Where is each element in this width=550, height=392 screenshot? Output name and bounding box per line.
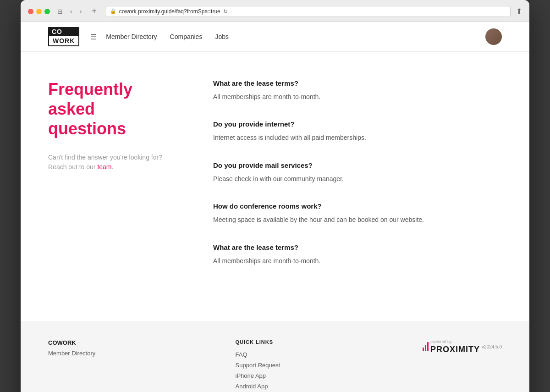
url-text: cowork.proximity.guide/faq?fromSpa=true [119,8,220,15]
footer-proximity: powered by PROXIMITY v2024.5.0 [423,339,502,354]
refresh-button[interactable]: ↻ [223,8,228,15]
browser-window: ⊟ ‹ › + 🔒 cowork.proximity.guide/faq?fro… [21,0,529,392]
faq-answer: Meeting space is available by the hour a… [213,215,502,225]
proximity-bars-icon [423,342,429,351]
faq-list: What are the lease terms? All membership… [213,79,502,284]
minimize-button[interactable] [36,9,42,14]
logo-wrap: CO WORK [48,27,79,46]
bar-1 [423,348,424,351]
faq-question: What are the lease terms? [213,243,502,251]
proximity-version: v2024.5.0 [482,344,502,349]
hamburger-icon[interactable]: ☰ [90,33,97,41]
share-button[interactable]: ⬆ [516,7,522,16]
add-tab-button[interactable]: + [89,6,99,17]
footer-links-list: FAQSupport RequestiPhone AppAndroid AppA… [236,350,405,392]
faq-item: How do conference rooms work? Meeting sp… [213,202,502,225]
proximity-logo: powered by PROXIMITY v2024.5.0 [423,339,502,354]
footer-link-item: Android App [236,382,405,390]
faq-question: How do conference rooms work? [213,202,502,210]
logo-bottom: WORK [48,36,79,46]
footer-link[interactable]: iPhone App [236,372,266,379]
faq-answer: All memberships are month-to-month. [213,92,502,102]
site-nav: Member Directory Companies Jobs [106,33,229,40]
faq-item: What are the lease terms? All membership… [213,243,502,266]
forward-button[interactable]: › [78,7,84,16]
footer-quick-links: QUICK LINKS FAQSupport RequestiPhone App… [236,339,405,392]
nav-jobs[interactable]: Jobs [215,33,229,40]
close-button[interactable] [28,9,33,14]
browser-controls: ⊟ ‹ › [55,7,83,16]
site-header: CO WORK ☰ Member Directory Companies Job… [21,22,529,52]
footer-link-item: FAQ [236,350,405,359]
page-title-line1: Frequently [48,80,132,99]
faq-item: What are the lease terms? All membership… [213,79,502,102]
faq-item: Do you provide internet? Internet access… [213,120,502,143]
subtitle-text: Can't find the answer you're looking for… [48,153,176,172]
footer-member-directory-link[interactable]: Member Directory [48,350,95,357]
faq-question: What are the lease terms? [213,79,502,87]
browser-chrome: ⊟ ‹ › + 🔒 cowork.proximity.guide/faq?fro… [21,0,529,22]
bar-2 [425,345,426,351]
footer-brand: COWORK Member Directory [48,339,217,357]
left-panel: Frequently asked questions Can't find th… [48,79,176,284]
page-title-line2: asked questions [48,99,126,138]
avatar[interactable] [485,28,502,45]
logo: CO WORK [48,27,79,46]
footer-links-title: QUICK LINKS [236,339,405,345]
proximity-brand: PROXIMITY [430,345,480,354]
footer-link-item: Support Request [236,361,405,369]
footer-brand-name: COWORK [48,339,217,346]
bar-3 [427,342,429,351]
proximity-text-group: powered by PROXIMITY [430,339,480,354]
faq-item: Do you provide mail services? Please che… [213,161,502,184]
maximize-button[interactable] [44,9,50,14]
subtitle-after: . [112,163,114,171]
page-title: Frequently asked questions [48,79,176,139]
footer-link[interactable]: FAQ [236,351,248,358]
address-bar[interactable]: 🔒 cowork.proximity.guide/faq?fromSpa=tru… [105,6,511,17]
footer-link-item: iPhone App [236,371,405,380]
powered-by-text: powered by [430,339,480,344]
site-footer: COWORK Member Directory QUICK LINKS FAQS… [21,321,529,392]
faq-question: Do you provide mail services? [213,161,502,169]
footer-link[interactable]: Android App [236,383,268,390]
faq-answer: Internet access is included with all pai… [213,133,502,143]
logo-top: CO [48,27,79,36]
faq-answer: All memberships are month-to-month. [213,256,502,266]
traffic-lights [28,9,50,14]
back-button[interactable]: ‹ [68,7,74,16]
faq-question: Do you provide internet? [213,120,502,128]
faq-answer: Please check in with our community manag… [213,174,502,184]
footer-link[interactable]: Support Request [236,362,280,369]
avatar-image [485,28,502,45]
sidebar-toggle-button[interactable]: ⊟ [55,7,65,16]
nav-member-directory[interactable]: Member Directory [106,33,157,40]
nav-companies[interactable]: Companies [170,33,203,40]
main-content: Frequently asked questions Can't find th… [21,52,529,321]
lock-icon: 🔒 [110,8,116,14]
team-link[interactable]: team [97,163,111,171]
